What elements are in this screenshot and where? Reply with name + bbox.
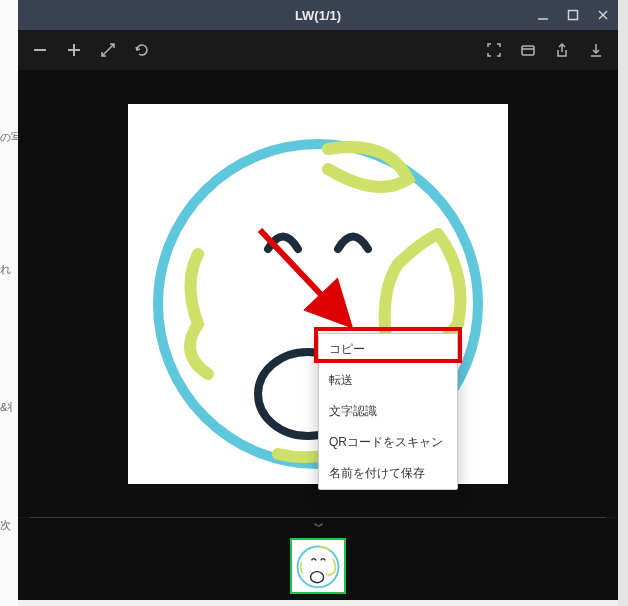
fullscreen-icon[interactable] <box>486 42 502 58</box>
rotate-icon[interactable] <box>134 42 150 58</box>
svg-rect-1 <box>569 11 578 20</box>
thumbnail-strip: ︾ <box>18 518 618 600</box>
zoom-out-button[interactable] <box>32 42 48 58</box>
share-icon[interactable] <box>554 42 570 58</box>
background-page-fragment: の写 れ &丬 次 <box>0 0 18 606</box>
close-button[interactable] <box>588 0 618 30</box>
menu-item-ocr[interactable]: 文字認識 <box>319 396 457 427</box>
window-controls <box>528 0 618 30</box>
svg-line-8 <box>108 44 114 50</box>
svg-point-17 <box>298 547 339 588</box>
openfolder-icon[interactable] <box>520 42 536 58</box>
context-menu: コピー 転送 文字認識 QRコードをスキャン 名前を付けて保存 <box>318 333 458 490</box>
toolbar <box>18 30 618 70</box>
svg-line-7 <box>102 50 108 56</box>
background-page-edge <box>618 0 628 606</box>
minimize-button[interactable] <box>528 0 558 30</box>
menu-item-qrscan[interactable]: QRコードをスキャン <box>319 427 457 458</box>
menu-item-forward[interactable]: 転送 <box>319 365 457 396</box>
menu-item-saveas[interactable]: 名前を付けて保存 <box>319 458 457 489</box>
menu-item-copy[interactable]: コピー <box>319 334 457 365</box>
collapse-chevrons-icon[interactable]: ︾ <box>314 518 322 538</box>
svg-point-18 <box>311 572 324 583</box>
maximize-button[interactable] <box>558 0 588 30</box>
thumbnail-selected[interactable] <box>290 538 346 594</box>
zoom-in-button[interactable] <box>66 42 82 58</box>
titlebar: LW(1/1) <box>18 0 618 30</box>
svg-rect-9 <box>522 46 534 55</box>
image-viewer-area[interactable]: コピー 転送 文字認識 QRコードをスキャン 名前を付けて保存 <box>18 70 618 517</box>
window-title: LW(1/1) <box>295 8 341 23</box>
download-icon[interactable] <box>588 42 604 58</box>
image-viewer-window: LW(1/1) <box>18 0 618 600</box>
fit-icon[interactable] <box>100 42 116 58</box>
